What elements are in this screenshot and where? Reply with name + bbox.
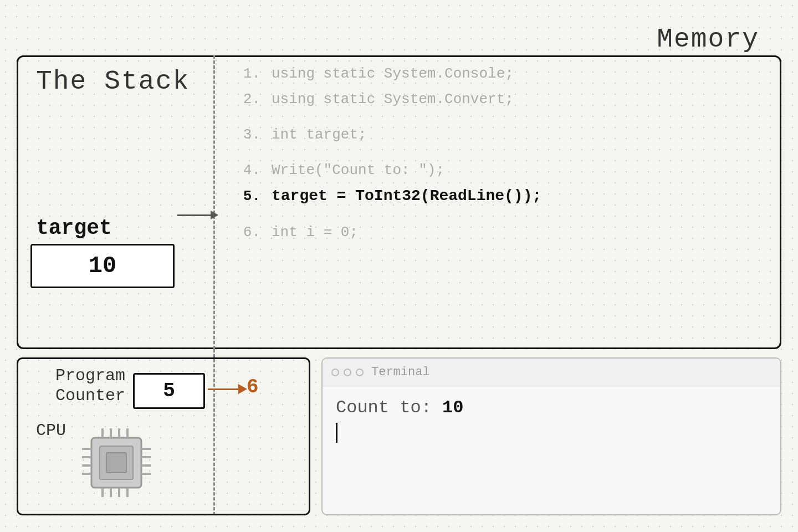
terminal-count-value: 10	[442, 397, 463, 418]
code-line-1: 1. using static System.Console;	[233, 66, 765, 81]
program-counter-box: 5	[133, 373, 205, 409]
terminal-count-line: Count to: 10	[336, 397, 767, 418]
svg-rect-2	[106, 453, 126, 473]
program-counter-label: Program Counter	[55, 366, 125, 406]
cpu-chip-icon	[72, 418, 161, 510]
line-num-5: 5.	[233, 189, 260, 203]
pc-arrow-head	[238, 384, 247, 394]
terminal-dot-1	[331, 369, 339, 376]
line-code-1: using static System.Console;	[272, 66, 514, 81]
pc-next-value: 6	[247, 376, 259, 398]
stack-label: The Stack	[36, 66, 190, 96]
terminal-dot-3	[356, 369, 364, 376]
line-num-1: 1.	[233, 66, 260, 81]
stack-divider-top	[213, 55, 215, 349]
terminal-header: Terminal	[323, 359, 780, 386]
line-code-6: int i = 0;	[272, 225, 358, 239]
code-line-6: 6. int i = 0;	[233, 225, 765, 239]
terminal-cursor	[336, 423, 337, 443]
line-code-3: int target;	[272, 127, 367, 142]
line-num-4: 4.	[233, 163, 260, 177]
terminal-content: Count to: 10	[323, 386, 780, 458]
terminal-dot-2	[344, 369, 351, 376]
line-num-6: 6.	[233, 225, 260, 239]
terminal-box: Terminal Count to: 10	[321, 357, 781, 515]
line-num-2: 2.	[233, 92, 260, 106]
line-code-4: Write("Count to: ");	[272, 163, 444, 177]
terminal-count-prefix: Count to:	[336, 397, 442, 418]
target-variable-label: target	[36, 216, 112, 240]
terminal-cursor-line	[336, 422, 767, 443]
cpu-label: CPU	[36, 421, 66, 440]
code-area: 1. using static System.Console; 2. using…	[216, 55, 781, 349]
line5-arrow	[177, 211, 218, 219]
program-counter-value: 5	[163, 380, 175, 402]
terminal-title: Terminal	[371, 365, 430, 379]
code-line-4: 4. Write("Count to: ");	[233, 163, 765, 177]
code-line-3: 3. int target;	[233, 127, 765, 142]
line-num-3: 3.	[233, 127, 260, 142]
line-code-2: using static System.Convert;	[272, 92, 514, 106]
pc-arrow-line	[208, 388, 238, 390]
line5-arrow-line	[177, 214, 211, 216]
target-variable-value: 10	[89, 253, 116, 279]
code-line-2: 2. using static System.Convert;	[233, 92, 765, 106]
pc-arrow	[208, 384, 247, 394]
memory-label: Memory	[657, 24, 759, 54]
terminal-traffic-lights	[331, 369, 364, 376]
code-line-5: 5. target = ToInt32(ReadLine());	[233, 188, 765, 204]
line-code-5: target = ToInt32(ReadLine());	[272, 188, 541, 204]
target-variable-box: 10	[30, 244, 175, 288]
